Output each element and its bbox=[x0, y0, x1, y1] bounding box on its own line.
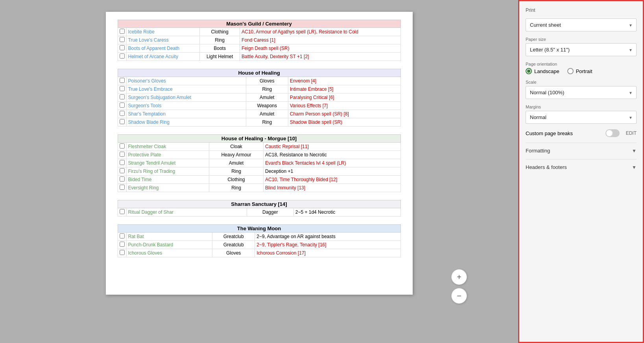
item-effect: Envenom [4] bbox=[290, 78, 316, 84]
margins-section: Margins NormalNarrowWideCustom bbox=[526, 105, 637, 124]
portrait-option[interactable]: Portrait bbox=[567, 68, 592, 74]
item-type: Greatclub bbox=[212, 241, 255, 249]
custom-page-breaks-toggle[interactable] bbox=[605, 129, 620, 137]
print-scope-select[interactable]: Current sheetAll sheetsSelected sheets bbox=[526, 18, 637, 31]
paper-size-select[interactable]: Letter (8.5" x 11")A4 (8.27" x 11.69")Le… bbox=[526, 43, 637, 56]
item-type: Amulet bbox=[246, 94, 288, 102]
item-name[interactable]: Strange Tendril Amulet bbox=[128, 160, 176, 166]
landscape-option[interactable]: Landscape bbox=[526, 68, 559, 74]
table-row: Shadow Blade RingRingShadow Blade spell … bbox=[118, 118, 400, 127]
item-name[interactable]: Boots of Apparent Death bbox=[128, 46, 180, 51]
row-checkbox[interactable] bbox=[120, 168, 125, 173]
table-row: Rat BatGreatclub2~9, Advantage on AR aga… bbox=[118, 233, 400, 241]
item-name[interactable]: Surgeon's Subjugation Amulet bbox=[128, 95, 191, 100]
item-name[interactable]: Fleshmelter Cloak bbox=[128, 144, 166, 149]
item-name[interactable]: Bided Time bbox=[128, 177, 152, 182]
row-checkbox[interactable] bbox=[120, 143, 125, 149]
scale-label: Scale bbox=[526, 80, 637, 84]
row-checkbox[interactable] bbox=[120, 176, 125, 182]
row-checkbox[interactable] bbox=[120, 242, 125, 247]
item-name[interactable]: Poisoner's Gloves bbox=[128, 78, 166, 84]
row-checkbox[interactable] bbox=[120, 94, 125, 99]
item-name[interactable]: Firzu's Ring of Trading bbox=[128, 169, 175, 174]
row-checkbox[interactable] bbox=[120, 160, 125, 165]
item-name[interactable]: Protective Plate bbox=[128, 152, 161, 158]
row-checkbox[interactable] bbox=[120, 45, 125, 50]
headers-footers-section[interactable]: Headers & footers ▼ bbox=[526, 159, 637, 170]
formatting-section[interactable]: Formatting ▼ bbox=[526, 143, 637, 154]
item-name[interactable]: Punch-Drunk Bastard bbox=[128, 242, 173, 248]
item-type: Amulet bbox=[209, 159, 263, 167]
item-name[interactable]: True Love's Caress bbox=[128, 37, 169, 43]
item-name[interactable]: True Love's Embrace bbox=[128, 86, 173, 92]
item-name[interactable]: Surgeon's Tools bbox=[128, 103, 162, 108]
orientation-label: Page orientation bbox=[526, 62, 637, 66]
item-type: Clothing bbox=[209, 176, 263, 184]
item-name[interactable]: Helmet of Arcane Acuity bbox=[128, 54, 178, 59]
row-checkbox[interactable] bbox=[120, 185, 125, 190]
row-checkbox[interactable] bbox=[120, 119, 125, 124]
item-name[interactable]: Ichorous Gloves bbox=[128, 250, 162, 256]
table-row: Eversight RingRingBlind Immunity [13] bbox=[118, 184, 400, 192]
item-effect: Evard's Black Tentacles lvl 4 spell (LR) bbox=[265, 160, 346, 166]
row-checkbox[interactable] bbox=[120, 103, 125, 108]
zoom-in-button[interactable]: + bbox=[451, 269, 467, 285]
section-title: Mason's Guild / Cementery bbox=[118, 20, 400, 28]
item-type: Light Helmet bbox=[200, 53, 240, 61]
section-table: House of HealingPoisoner's GlovesGlovesE… bbox=[118, 69, 401, 127]
section-table: Sharran Sanctuary [14]Ritual Dagger of S… bbox=[118, 200, 401, 216]
item-effect: 2~9, Advantage on AR against beasts bbox=[256, 234, 335, 239]
table-row: Boots of Apparent DeathBootsFeign Death … bbox=[118, 44, 400, 53]
item-name[interactable]: Shadow Blade Ring bbox=[128, 119, 170, 125]
margins-label: Margins bbox=[526, 105, 637, 109]
zoom-controls: + − bbox=[451, 269, 467, 304]
item-effect: Shadow Blade spell (SR) bbox=[290, 119, 342, 125]
main-content-area: Mason's Guild / CementeryIcebite RobeClo… bbox=[0, 0, 518, 343]
item-effect: 2~9, Tippler's Rage, Tenacity [16] bbox=[256, 242, 326, 248]
row-checkbox[interactable] bbox=[120, 29, 125, 34]
item-effect: Intimate Embrace [5] bbox=[290, 86, 334, 92]
row-checkbox[interactable] bbox=[120, 152, 125, 157]
formatting-chevron-icon: ▼ bbox=[632, 148, 637, 154]
paper-size-label: Paper size bbox=[526, 37, 637, 42]
edit-label[interactable]: EDIT bbox=[626, 130, 637, 136]
orientation-section: Page orientation Landscape Portrait bbox=[526, 62, 637, 74]
row-checkbox[interactable] bbox=[120, 250, 125, 255]
item-name[interactable]: Rat Bat bbox=[128, 234, 144, 239]
item-effect: Charm Person spell (SR) [8] bbox=[290, 111, 349, 117]
item-type: Ring bbox=[209, 167, 263, 176]
item-effect: Deception +1 bbox=[265, 169, 293, 174]
scale-select[interactable]: Normal (100%)Fit to page widthCustom bbox=[526, 86, 637, 99]
item-effect: Blind Immunity [13] bbox=[265, 185, 305, 191]
custom-page-breaks-section: Custom page breaks EDIT bbox=[526, 129, 637, 137]
item-name[interactable]: Icebite Robe bbox=[128, 29, 155, 35]
print-settings-panel: Print Current sheetAll sheetsSelected sh… bbox=[518, 0, 644, 343]
item-effect: AC18, Resistance to Necrotic bbox=[265, 152, 327, 158]
section-table: Mason's Guild / CementeryIcebite RobeClo… bbox=[118, 20, 401, 61]
landscape-radio[interactable] bbox=[526, 68, 532, 74]
table-row: Bided TimeClothingAC10, Time Thoroughly … bbox=[118, 176, 400, 184]
table-row: Firzu's Ring of TradingRingDeception +1 bbox=[118, 167, 400, 176]
item-name[interactable]: Eversight Ring bbox=[128, 185, 159, 191]
row-checkbox[interactable] bbox=[120, 233, 125, 238]
table-row: True Love's EmbraceRingIntimate Embrace … bbox=[118, 85, 400, 94]
print-label-section: Print bbox=[526, 7, 637, 13]
row-checkbox[interactable] bbox=[120, 78, 125, 83]
zoom-out-button[interactable]: − bbox=[451, 288, 467, 304]
custom-page-breaks-label: Custom page breaks bbox=[526, 130, 573, 136]
table-row: True Love's CaressRingFond Caress [1] bbox=[118, 36, 400, 44]
headers-footers-chevron-icon: ▼ bbox=[632, 165, 637, 170]
row-checkbox[interactable] bbox=[120, 111, 125, 116]
landscape-label: Landscape bbox=[534, 68, 559, 74]
portrait-radio[interactable] bbox=[567, 68, 574, 74]
section-title: Sharran Sanctuary [14] bbox=[118, 200, 400, 208]
item-name[interactable]: Shar's Temptation bbox=[128, 111, 166, 117]
row-checkbox[interactable] bbox=[120, 86, 125, 91]
row-checkbox[interactable] bbox=[120, 209, 125, 214]
item-effect: Paralysing Critical [6] bbox=[290, 95, 334, 100]
row-checkbox[interactable] bbox=[120, 53, 125, 59]
margins-select[interactable]: NormalNarrowWideCustom bbox=[526, 111, 637, 124]
item-effect: Fond Caress [1] bbox=[242, 37, 275, 43]
row-checkbox[interactable] bbox=[120, 37, 125, 42]
item-name[interactable]: Ritual Dagger of Shar bbox=[128, 209, 173, 215]
